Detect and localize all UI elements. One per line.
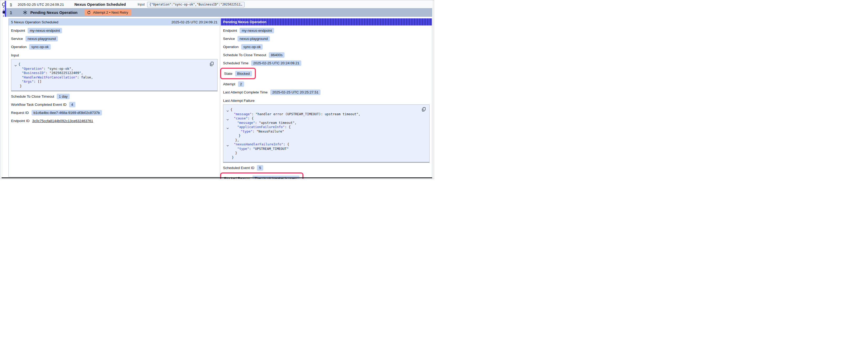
field-label: State	[224, 72, 232, 75]
event-id-link[interactable]: 5	[10, 3, 12, 6]
field-row-endpoint: Endpointmy-nexus-endpoint	[223, 28, 274, 33]
field-row-endpoint-id: Endpoint ID3c0c75ccfa8144b092c13ce632463…	[11, 118, 93, 124]
json-text: {	[19, 62, 21, 66]
failure-json-block: {"message": "handler error (UPSTREAM_TIM…	[223, 104, 430, 163]
field-row-scheduled-event-id: Scheduled Event ID5	[223, 165, 263, 171]
event-detail-fields: Schedule To Close Timeout1 dayWorkflow T…	[11, 93, 218, 124]
field-value-chip: sync-op-ok	[241, 44, 263, 50]
field-row-workflow-task-completed-event-id: Workflow Task Completed Event ID4	[11, 102, 75, 107]
field-value-chip: 5	[257, 165, 263, 171]
pending-operation-header: Pending Nexus Operation	[221, 19, 432, 26]
retry-icon	[87, 10, 91, 14]
json-key: "message"	[234, 112, 252, 116]
json-key: "Args"	[22, 79, 34, 84]
json-text: : "sync-op-ok",	[43, 67, 73, 71]
code-line: "applicationFailureInfo": {	[226, 125, 426, 129]
field-value-chip: 2025-02-25 UTC 20:25:27.51	[270, 90, 321, 95]
input-label: Input	[138, 3, 145, 6]
json-text: : "upstream timeout",	[255, 121, 297, 125]
pending-operation-header-title: Pending Nexus Operation	[223, 20, 267, 24]
pending-asterisk-icon	[23, 10, 27, 15]
attempt-retry-badge: Attempt 2 • Next Retry	[85, 9, 131, 16]
input-section-label: Input	[11, 53, 218, 57]
pending-operation-panel: Pending Nexus Operation Endpointmy-nexus…	[221, 19, 432, 179]
scrollbar-gutter	[433, 0, 433, 179]
field-label: Operation	[223, 45, 239, 49]
json-text: : false,	[77, 75, 93, 79]
field-row-schedule-to-close-timeout: Schedule To Close Timeout86400s	[223, 52, 284, 58]
code-line: "Args": []	[14, 79, 214, 84]
event-detail-panel: 5 Nexus Operation Scheduled 2025-02-25 U…	[8, 19, 220, 177]
failure-section-label: Last Attempt Failure	[223, 99, 430, 103]
json-text: }	[232, 155, 234, 159]
field-value-chip: nexus-playground	[26, 36, 58, 41]
field-label: Service	[11, 37, 23, 41]
input-preview-pill: {"Operation":"sync-op-ok","BusinessID":"…	[147, 2, 245, 7]
field-row-attempt: Attempt2	[223, 81, 244, 87]
field-row-request-id: Request IDb1c6a4bc-8ee7-468a-9169-df3b02…	[11, 110, 102, 116]
json-key: "type"	[241, 129, 252, 133]
event-detail-header-title: 5 Nexus Operation Scheduled	[11, 20, 58, 24]
code-line: "type": "UPSTREAM_TIMEOUT"	[226, 147, 426, 151]
json-text: }	[235, 151, 237, 155]
field-label: Schedule To Close Timeout	[11, 95, 54, 98]
field-value-link[interactable]: 3c0c75ccfa8144b092c13ce632463761	[32, 119, 93, 123]
field-row-scheduled-time: Scheduled Time2025-02-25 UTC 20:24:09.21	[223, 60, 301, 66]
field-value-chip: sync-op-ok	[29, 44, 51, 50]
event-timestamp: 2025-02-25 UTC 20:24:09.21	[18, 3, 64, 6]
code-line: }	[226, 155, 426, 160]
code-line: },	[226, 138, 426, 142]
json-key: "applicationFailureInfo"	[237, 125, 285, 129]
field-label: Scheduled Time	[223, 61, 249, 65]
code-line: "nexusHandlerFailureInfo": {	[226, 142, 426, 147]
field-value-chip: 4	[69, 102, 75, 107]
field-row-service: Servicenexus-playground	[223, 36, 270, 41]
field-label: Request ID	[11, 111, 29, 115]
json-text: }	[239, 134, 241, 137]
event-row-scheduled[interactable]: 5 2025-02-25 UTC 20:24:09.21 Nexus Opera…	[6, 1, 432, 8]
json-key: "HandlerWaitForCancellation"	[22, 75, 77, 79]
selected-event-indicator-bar	[5, 1, 6, 17]
code-line: }	[226, 134, 426, 138]
field-label: Operation	[11, 45, 27, 49]
code-line: "message": "handler error (UPSTREAM_TIME…	[226, 112, 426, 117]
event-detail-fields: Endpointmy-nexus-endpointServicenexus-pl…	[11, 28, 218, 50]
field-value-chip: my-nexus-endpoint	[240, 28, 274, 33]
pending-event-title: Pending Nexus Operation	[30, 10, 78, 15]
field-row-last-attempt-complete-time: Last Attempt Complete Time2025-02-25 UTC…	[223, 89, 320, 95]
code-line: "Operation": "sync-op-ok",	[14, 67, 214, 71]
highlight-annotation-state: StateBlocked	[220, 68, 256, 79]
json-text: : "UPSTREAM_TIMEOUT"	[249, 147, 289, 151]
field-label: Endpoint ID	[11, 119, 30, 123]
field-value-chip: my-nexus-endpoint	[28, 28, 62, 33]
field-label: Schedule To Close Timeout	[223, 53, 266, 57]
json-text: },	[235, 138, 239, 142]
field-value-chip: 2	[238, 82, 244, 87]
field-value-chip: nexus-playground	[238, 36, 270, 41]
json-key: "message"	[237, 121, 255, 125]
event-title: Nexus Operation Scheduled	[74, 2, 126, 6]
code-line: "type": "NexusFailure"	[226, 129, 426, 134]
code-line: {	[14, 62, 214, 67]
json-text: : {	[285, 125, 291, 129]
field-label: Endpoint	[11, 29, 25, 33]
json-text: {	[230, 108, 232, 111]
event-row-pending[interactable]: 5 Pending Nexus Operation Attempt 2 • Ne…	[6, 8, 432, 17]
code-line: "HandlerWaitForCancellation": false,	[14, 75, 214, 80]
code-line: "BusinessID": "20250225122409",	[14, 71, 214, 75]
pending-operation-fields: Scheduled Event ID5Blocked ReasonThe cir…	[223, 165, 430, 179]
field-value-chip: 1 day	[57, 94, 70, 99]
field-value-chip: 86400s	[269, 52, 284, 58]
viewport-bottom-divider	[2, 177, 432, 178]
json-key: "nexusHandlerFailureInfo"	[234, 142, 283, 146]
field-label: Workflow Task Completed Event ID	[11, 103, 66, 106]
event-id-link[interactable]: 5	[10, 10, 12, 14]
json-text: }	[20, 84, 22, 88]
field-row-endpoint: Endpointmy-nexus-endpoint	[11, 28, 62, 33]
json-key: "type"	[237, 147, 249, 151]
json-key: "BusinessID"	[22, 71, 45, 75]
field-value-chip: b1c6a4bc-8ee7-468a-9169-df3b02c8737b	[32, 110, 102, 116]
field-label: Service	[223, 37, 235, 41]
code-line: }	[14, 84, 214, 89]
json-text: : "handler error (UPSTREAM_TIMEOUT): ups…	[252, 112, 361, 116]
